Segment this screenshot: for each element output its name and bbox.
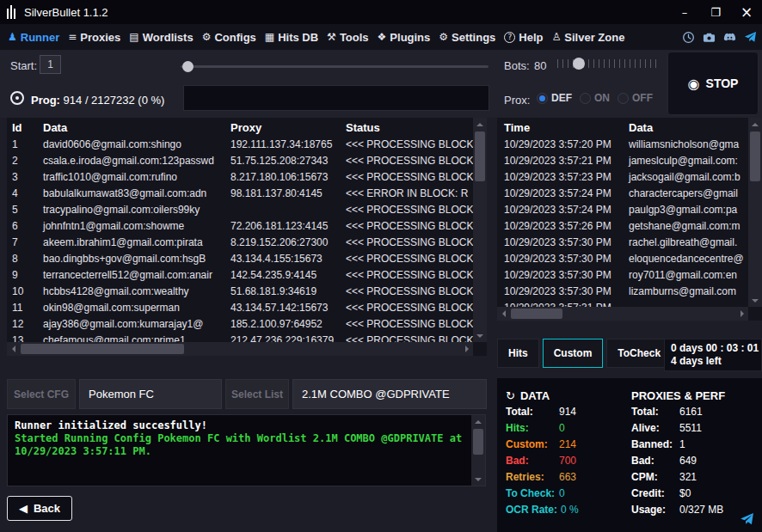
tab-tocheck[interactable]: ToCheck [606, 339, 672, 368]
maximize-button[interactable]: ❐ [700, 0, 731, 24]
stop-button[interactable]: ◉ STOP [688, 76, 739, 92]
scroll-up-button[interactable] [471, 415, 485, 427]
log-vscrollbar[interactable] [471, 415, 485, 486]
prox-option-on[interactable]: ON [580, 92, 610, 104]
scroll-left-button[interactable] [497, 307, 509, 321]
slider-thumb[interactable] [182, 61, 194, 72]
results-row[interactable]: 10hcbbs4128@gmail.com:wealthy51.68.181.9… [7, 284, 473, 300]
results-row[interactable]: 7akeem.ibrahim1@gmail.com:pirata8.219.15… [7, 235, 473, 251]
scroll-track[interactable] [473, 130, 487, 330]
nav-item-configs[interactable]: ⚙Configs [198, 24, 261, 50]
nav-item-proxies[interactable]: ≡Proxies [64, 24, 125, 50]
start-slider[interactable] [181, 61, 489, 72]
scroll-thumb[interactable] [473, 429, 483, 455]
prox-options: DEFONOFF [537, 92, 653, 104]
minimize-button[interactable]: – [669, 0, 700, 24]
results-row[interactable]: 5tracypalino@gmail.com:oilers99ky<<< PRO… [7, 202, 473, 218]
scroll-thumb[interactable] [475, 131, 485, 181]
nav-item-wordlists[interactable]: ▤Wordlists [125, 24, 197, 50]
hits-row[interactable]: 10/29/2023 3:57:30 PMlizamburns@gmail.co… [497, 284, 748, 300]
prox-option-off[interactable]: OFF [618, 92, 653, 104]
back-button[interactable]: ◀ Back [7, 496, 72, 521]
scroll-left-button[interactable] [7, 342, 19, 356]
telegram-icon[interactable] [744, 31, 757, 44]
hits-row[interactable]: 10/29/2023 3:57:30 PMroy7011@gmail.com:e… [497, 267, 748, 284]
bots-slider-thumb[interactable] [573, 58, 585, 70]
results-row[interactable]: 9terrancecterrell512@gmail.com:anair142.… [7, 267, 473, 284]
screenshot-camera-icon[interactable] [703, 31, 716, 44]
scroll-down-button[interactable] [473, 330, 487, 342]
scroll-track[interactable] [748, 130, 762, 295]
telegram-corner-icon[interactable] [740, 512, 754, 527]
nav-item-tools[interactable]: ⚒Tools [323, 24, 372, 50]
nav-item-help[interactable]: ?Help [500, 24, 547, 50]
column-header-proxy[interactable]: Proxy [225, 121, 341, 134]
results-row[interactable]: 12ajay386@gmail.com:kumarajay1@185.2.100… [7, 316, 473, 333]
scroll-up-button[interactable] [473, 118, 487, 130]
hits-row[interactable]: 10/29/2023 3:57:23 PMjacksogail@gmail.co… [497, 169, 748, 186]
cell-status: <<< PROCESSING BLOCK [341, 267, 473, 284]
bots-slider[interactable] [557, 57, 659, 70]
scroll-track[interactable] [19, 342, 461, 356]
discord-icon[interactable] [723, 31, 736, 44]
hits-header: TimeData [497, 118, 762, 137]
scroll-down-button[interactable] [748, 295, 762, 307]
nav-item-plugins[interactable]: ❖Plugins [373, 24, 435, 50]
nav-item-runner[interactable]: ♟Runner [3, 24, 64, 50]
wordlist-name-field[interactable]: 2.1M COMBO @GDPRIVATE [292, 379, 487, 409]
column-header-time[interactable]: Time [497, 121, 622, 134]
results-hscrollbar[interactable] [7, 342, 473, 356]
history-icon[interactable] [682, 31, 695, 44]
scroll-right-button[interactable] [736, 307, 748, 321]
hits-row[interactable]: 10/29/2023 3:57:24 PMcharactercapers@gma… [497, 186, 748, 202]
results-row[interactable]: 13chefamous@gmail.com:prime1212.47.236.2… [7, 333, 473, 342]
scroll-right-button[interactable] [461, 342, 473, 356]
column-header-id[interactable]: Id [7, 121, 38, 134]
start-input[interactable] [40, 55, 61, 74]
results-row[interactable]: 11okin98@gmail.com:superman43.134.57.142… [7, 300, 473, 316]
hits-row[interactable]: 10/29/2023 3:57:31 PM [497, 300, 748, 307]
hits-row[interactable]: 10/29/2023 3:57:30 PMrachel.gilbreath@gm… [497, 235, 748, 251]
results-row[interactable]: 8bao.dingbbs+gov@gmail.com:hsgB43.134.4.… [7, 251, 473, 267]
close-button[interactable]: × [731, 0, 762, 24]
scroll-track[interactable] [509, 307, 736, 321]
hits-hscrollbar[interactable] [497, 307, 748, 321]
cell-time: 10/29/2023 3:57:30 PM [497, 235, 622, 251]
results-row[interactable]: 1david0606@gmail.com:shingo192.111.137.3… [7, 137, 473, 153]
results-row[interactable]: 3traffic1010@gmail.com:rufino8.217.180.1… [7, 169, 473, 186]
column-header-data[interactable]: Data [622, 121, 762, 134]
results-vscrollbar[interactable] [473, 118, 487, 342]
hits-row[interactable]: 10/29/2023 3:57:20 PMwilliamsnicholson@g… [497, 137, 748, 153]
scroll-thumb[interactable] [511, 309, 562, 319]
scroll-track[interactable] [471, 427, 485, 474]
scroll-thumb[interactable] [21, 344, 184, 354]
nav-item-silverzone[interactable]: ♙Silver Zone [548, 24, 630, 50]
prox-option-def[interactable]: DEF [537, 92, 572, 104]
data-stats: ↻ DATA Total:914Hits:0Custom:214Bad:700R… [506, 387, 628, 518]
cell-status: <<< ERROR IN BLOCK: R [341, 186, 473, 202]
tab-label: Hits [508, 347, 528, 359]
scroll-down-button[interactable] [471, 474, 485, 486]
column-header-status[interactable]: Status [341, 121, 487, 134]
select-list-button[interactable]: Select List [225, 379, 289, 409]
config-name-field[interactable]: Pokemon FC [79, 379, 222, 409]
hits-row[interactable]: 10/29/2023 3:57:24 PMpaulgp3@gmail.com:p… [497, 202, 748, 218]
tab-custom[interactable]: Custom [543, 339, 604, 368]
scroll-thumb[interactable] [750, 131, 760, 181]
results-row[interactable]: 6johnfntn1@gmail.com:showme72.206.181.12… [7, 218, 473, 235]
nav-item-settings[interactable]: ⚙Settings [434, 24, 500, 50]
hits-vscrollbar[interactable] [748, 118, 762, 307]
log-console[interactable]: Runner initialized succesfully!Started R… [7, 414, 486, 486]
hits-row[interactable]: 10/29/2023 3:57:26 PMgetshane@gmail.com:… [497, 218, 748, 235]
tab-hits[interactable]: Hits [497, 339, 539, 368]
hits-row[interactable]: 10/29/2023 3:57:30 PMeloquencedancecentr… [497, 251, 748, 267]
scroll-up-button[interactable] [748, 118, 762, 130]
hits-row[interactable]: 10/29/2023 3:57:21 PMjameslculp@gmail.co… [497, 153, 748, 169]
results-row[interactable]: 4babulalkumawat83@gmail.com:adn98.181.13… [7, 186, 473, 202]
select-cfg-button[interactable]: Select CFG [7, 379, 76, 409]
slider-track[interactable] [181, 65, 489, 68]
cell-time: 10/29/2023 3:57:31 PM [497, 300, 622, 307]
results-row[interactable]: 2csala.e.iroda@gmail.com:123passwd51.75.… [7, 153, 473, 169]
nav-item-hitsdb[interactable]: ▦Hits DB [261, 24, 323, 50]
column-header-data[interactable]: Data [38, 121, 225, 134]
